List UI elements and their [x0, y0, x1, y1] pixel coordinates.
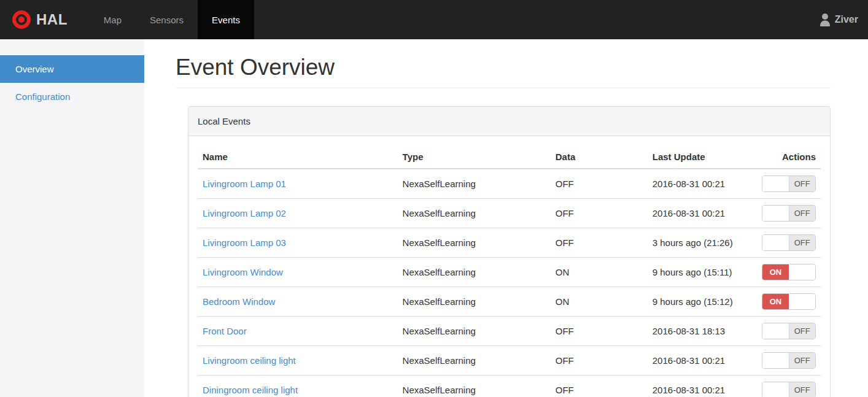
toggle-handle: [762, 382, 789, 397]
device-data-value: OFF: [551, 345, 648, 375]
sidebar-item-configuration[interactable]: Configuration: [0, 83, 144, 110]
device-toggle-switch[interactable]: ON OFF: [762, 175, 816, 192]
device-toggle-switch[interactable]: ON OFF: [762, 352, 816, 369]
toggle-off-label: OFF: [789, 323, 816, 339]
panel-title: Local Events: [188, 107, 830, 136]
device-last-update: 2016-08-31 00:21: [648, 345, 757, 375]
device-name-link[interactable]: Livingroom Lamp 03: [203, 237, 286, 248]
device-last-update: 9 hours ago (15:11): [648, 257, 757, 287]
brand[interactable]: HAL: [0, 0, 79, 39]
device-last-update: 2016-08-31 18:13: [648, 316, 757, 345]
toggle-on-label: ON: [762, 264, 789, 280]
table-row: Bedroom Window NexaSelfLearning ON 9 hou…: [198, 287, 821, 316]
device-data-value: OFF: [551, 198, 648, 228]
device-type: NexaSelfLearning: [398, 198, 551, 228]
page-header: Event Overview: [176, 55, 831, 88]
column-header-data: Data: [551, 145, 648, 169]
device-type: NexaSelfLearning: [398, 257, 551, 287]
column-header-last-update: Last Update: [648, 145, 757, 169]
toggle-handle: [789, 264, 815, 280]
device-name-link[interactable]: Livingroom Window: [203, 267, 283, 277]
device-type: NexaSelfLearning: [398, 228, 551, 257]
device-data-value: ON: [551, 257, 648, 287]
toggle-handle: [762, 206, 789, 221]
device-type: NexaSelfLearning: [398, 375, 551, 397]
device-type: NexaSelfLearning: [398, 169, 551, 199]
table-row: Livingroom Lamp 01 NexaSelfLearning OFF …: [198, 169, 821, 199]
navbar-menu: Map Sensors Events: [90, 0, 254, 39]
page-title: Event Overview: [176, 55, 831, 80]
table-row: Diningroom ceiling light NexaSelfLearnin…: [198, 375, 821, 397]
column-header-actions: Actions: [757, 145, 821, 169]
user-icon: [819, 13, 831, 26]
device-name-link[interactable]: Livingroom ceiling light: [203, 355, 296, 366]
table-header-row: Name Type Data Last Update Actions: [198, 145, 821, 169]
hal-logo-icon: [12, 10, 31, 29]
device-data-value: OFF: [551, 316, 648, 345]
column-header-type: Type: [398, 145, 551, 169]
table-row: Livingroom Window NexaSelfLearning ON 9 …: [198, 257, 821, 287]
device-last-update: 9 hours ago (15:12): [648, 287, 757, 316]
toggle-handle: [789, 294, 815, 309]
device-last-update: 3 hours ago (21:26): [648, 228, 757, 257]
toggle-on-label: ON: [762, 294, 789, 309]
device-data-value: OFF: [551, 228, 648, 257]
device-toggle-switch[interactable]: ON OFF: [762, 382, 816, 397]
sidebar: Overview Configuration: [0, 39, 144, 397]
local-events-panel: Local Events Name Type Data Last Update …: [188, 106, 831, 397]
user-name: Ziver: [835, 14, 858, 25]
device-last-update: 2016-08-31 00:21: [648, 198, 757, 228]
toggle-off-label: OFF: [789, 235, 816, 250]
table-row: Front Door NexaSelfLearning OFF 2016-08-…: [198, 316, 821, 345]
device-name-link[interactable]: Front Door: [203, 326, 247, 336]
table-row: Livingroom Lamp 02 NexaSelfLearning OFF …: [198, 198, 821, 228]
table-row: Livingroom ceiling light NexaSelfLearnin…: [198, 345, 821, 375]
device-name-link[interactable]: Diningroom ceiling light: [203, 385, 298, 395]
nav-item-events[interactable]: Events: [198, 0, 254, 39]
table-row: Livingroom Lamp 03 NexaSelfLearning OFF …: [198, 228, 821, 257]
navbar-right: Ziver: [819, 0, 868, 39]
toggle-handle: [762, 176, 789, 191]
device-name-link[interactable]: Bedroom Window: [203, 296, 275, 307]
nav-item-map[interactable]: Map: [90, 0, 136, 39]
device-toggle-switch[interactable]: ON: [762, 293, 816, 310]
device-toggle-switch[interactable]: ON OFF: [762, 205, 816, 222]
events-table: Name Type Data Last Update Actions Livin…: [198, 145, 821, 397]
device-type: NexaSelfLearning: [398, 316, 551, 345]
device-name-link[interactable]: Livingroom Lamp 02: [203, 208, 286, 218]
toggle-off-label: OFF: [789, 206, 816, 221]
device-toggle-switch[interactable]: ON OFF: [762, 234, 816, 251]
toggle-off-label: OFF: [789, 382, 816, 397]
main-content: Event Overview Local Events Name Type Da…: [144, 39, 868, 397]
device-type: NexaSelfLearning: [398, 287, 551, 316]
device-type: NexaSelfLearning: [398, 345, 551, 375]
device-data-value: OFF: [551, 375, 648, 397]
toggle-handle: [762, 323, 789, 339]
user-menu[interactable]: Ziver: [819, 13, 858, 26]
nav-item-sensors[interactable]: Sensors: [136, 0, 198, 39]
device-data-value: OFF: [551, 169, 648, 199]
sidebar-item-overview[interactable]: Overview: [0, 55, 144, 83]
device-toggle-switch[interactable]: ON: [762, 264, 816, 280]
toggle-handle: [762, 353, 789, 368]
device-toggle-switch[interactable]: ON OFF: [762, 323, 816, 339]
device-name-link[interactable]: Livingroom Lamp 01: [203, 179, 286, 189]
top-navbar: HAL Map Sensors Events Ziver: [0, 0, 868, 39]
device-last-update: 2016-08-31 00:21: [648, 375, 757, 397]
toggle-handle: [762, 235, 789, 250]
toggle-off-label: OFF: [789, 353, 816, 368]
toggle-off-label: OFF: [789, 176, 816, 191]
brand-label: HAL: [36, 11, 68, 28]
device-data-value: ON: [551, 287, 648, 316]
device-last-update: 2016-08-31 00:21: [648, 169, 757, 199]
column-header-name: Name: [198, 145, 398, 169]
panel-body: Name Type Data Last Update Actions Livin…: [188, 136, 830, 397]
